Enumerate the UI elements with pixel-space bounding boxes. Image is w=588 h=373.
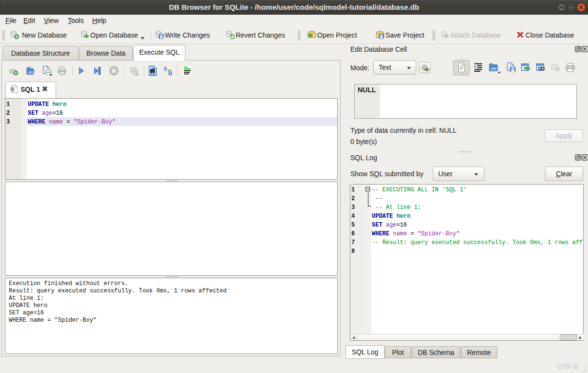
svg-text:b: b: [164, 65, 167, 72]
